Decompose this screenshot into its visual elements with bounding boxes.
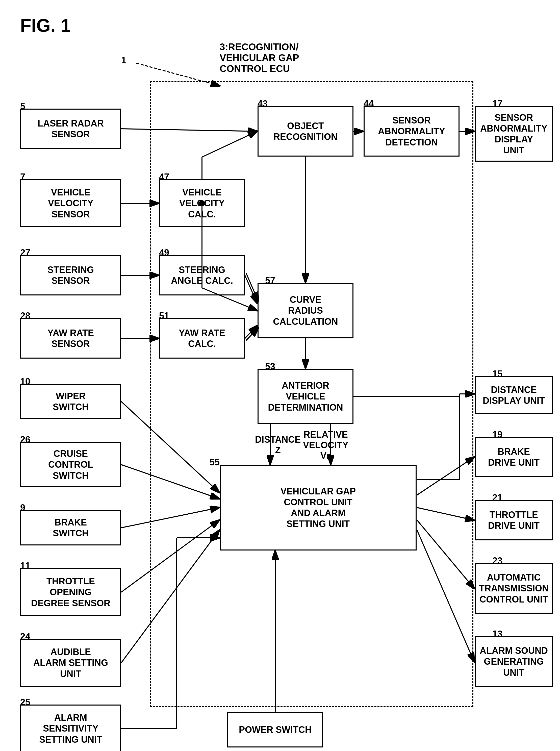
curve-radius-box: CURVERADIUSCALCULATION [258,283,354,338]
ref-1: 1 [121,55,126,66]
automatic-transmission-box: AUTOMATICTRANSMISSIONCONTROL UNIT [475,563,553,614]
yaw-rate-calc-box: YAW RATECALC. [159,318,245,359]
wiper-switch-box: WIPERSWITCH [20,384,121,419]
sensor-abnormality-detection-box: SENSORABNORMALITYDETECTION [364,106,460,157]
power-switch-box: POWER SWITCH [227,712,323,748]
ref-55: 55 [209,457,220,468]
throttle-drive-box: THROTTLEDRIVE UNIT [475,500,553,540]
anterior-vehicle-box: ANTERIORVEHICLEDETERMINATION [258,369,354,424]
alarm-sound-box: ALARM SOUNDGENERATINGUNIT [475,636,553,687]
distance-display-box: DISTANCEDISPLAY UNIT [475,376,553,414]
throttle-opening-box: THROTTLEOPENINGDEGREE SENSOR [20,568,121,616]
ecu-label: 3:RECOGNITION/VEHICULAR GAPCONTROL ECU [220,42,299,74]
alarm-sensitivity-box: ALARMSENSITIVITYSETTING UNIT [20,705,121,751]
yaw-rate-sensor-box: YAW RATESENSOR [20,318,121,359]
vehicular-gap-box: VEHICULAR GAPCONTROL UNITAND ALARMSETTIN… [220,465,417,551]
audible-alarm-box: AUDIBLEALARM SETTINGUNIT [20,639,121,687]
brake-switch-box: BRAKESWITCH [20,510,121,546]
object-recognition-box: OBJECTRECOGNITION [258,106,354,157]
cruise-control-switch-box: CRUISECONTROLSWITCH [20,442,121,487]
steering-angle-calc-box: STEERINGANGLE CALC. [159,255,245,295]
vehicle-velocity-calc-box: VEHICLEVELOCITYCALC. [159,179,245,227]
vehicle-velocity-sensor-box: VEHICLEVELOCITYSENSOR [20,179,121,227]
figure-title: FIG. 1 [20,15,71,36]
sensor-abnormality-display-box: SENSORABNORMALITYDISPLAYUNIT [475,106,553,162]
brake-drive-box: BRAKEDRIVE UNIT [475,437,553,477]
steering-sensor-box: STEERINGSENSOR [20,255,121,295]
relative-velocity-label: RELATIVEVELOCITYVz [303,429,348,461]
distance-z-label: DISTANCEZ [255,434,301,456]
laser-radar-sensor-box: LASER RADARSENSOR [20,108,121,149]
